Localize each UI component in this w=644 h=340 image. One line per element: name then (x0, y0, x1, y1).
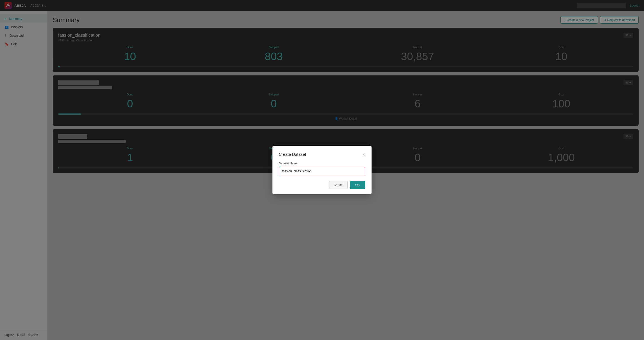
dataset-name-label: Dataset Name (279, 162, 365, 165)
modal-header: Create Dataset × (279, 152, 365, 157)
modal-close-button[interactable]: × (362, 152, 365, 157)
create-dataset-modal: Create Dataset × Dataset Name Cancel OK (272, 146, 372, 194)
modal-actions: Cancel OK (279, 181, 365, 189)
dataset-name-input[interactable] (279, 167, 365, 176)
modal-ok-button[interactable]: OK (350, 181, 365, 189)
modal-title: Create Dataset (279, 152, 306, 157)
modal-cancel-button[interactable]: Cancel (329, 181, 348, 189)
modal-overlay: Create Dataset × Dataset Name Cancel OK (0, 0, 644, 340)
